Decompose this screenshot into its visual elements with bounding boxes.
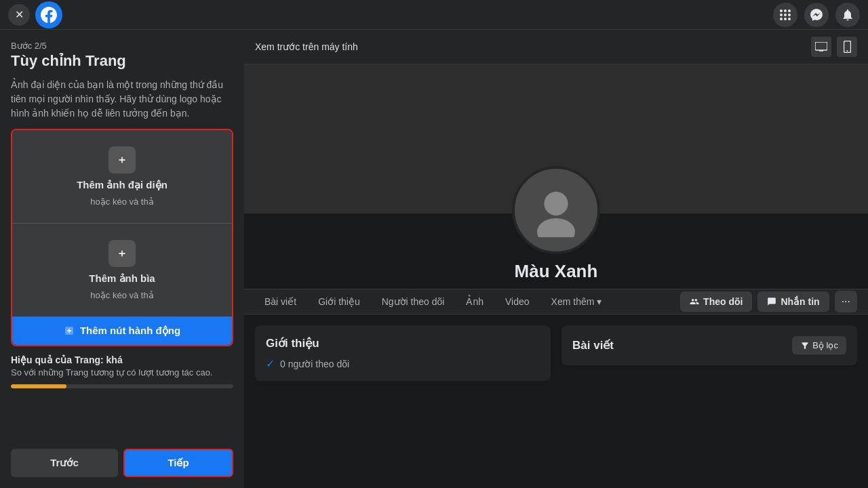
add-cover-icon	[108, 240, 136, 267]
apps-icon-btn[interactable]	[773, 3, 797, 27]
top-nav: ✕	[0, 0, 868, 30]
svg-point-0	[780, 9, 783, 12]
baiviet-header: Bài viết Bộ lọc	[572, 336, 846, 354]
baiviet-title: Bài viết	[572, 338, 614, 352]
page-info: Màu Xanh	[244, 261, 868, 289]
add-avatar-icon	[108, 146, 136, 174]
nav-right	[773, 3, 860, 27]
panel-description: Ảnh đại diện của bạn là một trong những …	[11, 78, 233, 121]
step-indicator: Bước 2/5 Tùy chỉnh Trang	[11, 41, 233, 70]
tab-nguoitheodoi[interactable]: Người theo dõi	[372, 289, 454, 314]
notifications-icon-btn[interactable]	[835, 3, 860, 27]
page-preview: Màu Xanh Bài viết Giới thiệu Người theo …	[244, 64, 868, 488]
preview-bar: Xem trước trên máy tính	[244, 30, 868, 64]
svg-point-7	[784, 18, 787, 20]
perf-desc: So với những Trang tương tự có lượt tươn…	[11, 367, 233, 379]
nhan-tin-button[interactable]: Nhắn tin	[757, 291, 829, 312]
perf-bar-fill	[11, 384, 66, 388]
preview-label: Xem trước trên máy tính	[255, 41, 358, 52]
upload-cover-sub: hoặc kéo và thả	[90, 290, 153, 300]
svg-point-15	[544, 192, 568, 216]
upload-cover-box[interactable]: Thêm ảnh bìa hoặc kéo và thả	[12, 223, 232, 317]
left-panel: Bước 2/5 Tùy chỉnh Trang Ảnh đại diện củ…	[0, 30, 244, 488]
svg-point-8	[788, 18, 791, 20]
mobile-preview-icon[interactable]	[837, 37, 857, 57]
svg-point-14	[846, 50, 848, 52]
baiviet-card: Bài viết Bộ lọc	[561, 325, 857, 365]
desktop-preview-icon[interactable]	[811, 37, 831, 57]
panel-title: Tùy chỉnh Trang	[11, 52, 233, 70]
tab-gioithieu[interactable]: Giới thiệu	[309, 289, 370, 314]
upload-container: Thêm ảnh đại diện hoặc kéo và thả Thêm ả…	[11, 129, 233, 346]
page-name: Màu Xanh	[255, 261, 857, 282]
add-action-button[interactable]: Thêm nút hành động	[12, 317, 232, 345]
intro-card: Giới thiệu ✓ 0 người theo dõi	[255, 325, 551, 381]
perf-bar-background	[11, 384, 233, 388]
tab-baiviet[interactable]: Bài viết	[255, 289, 306, 314]
tab-anh[interactable]: Ảnh	[456, 289, 493, 314]
upload-avatar-label: Thêm ảnh đại diện	[77, 179, 167, 191]
svg-point-2	[788, 9, 791, 12]
intro-title: Giới thiệu	[266, 336, 540, 350]
nav-left: ✕	[8, 1, 62, 28]
content-left: Giới thiệu ✓ 0 người theo dõi	[255, 325, 551, 381]
step-label: Bước 2/5	[11, 41, 233, 51]
svg-point-1	[784, 9, 787, 12]
tab-video[interactable]: Video	[496, 289, 539, 314]
upload-cover-label: Thêm ảnh bìa	[89, 272, 155, 285]
messenger-icon-btn[interactable]	[804, 3, 829, 27]
more-actions-button[interactable]: ···	[835, 291, 857, 312]
avatar	[512, 166, 600, 254]
followers-text: 0 người theo dõi	[280, 359, 349, 369]
svg-point-16	[537, 218, 575, 237]
svg-point-4	[784, 14, 787, 16]
svg-point-3	[780, 14, 783, 16]
tab-xemthem[interactable]: Xem thêm ▾	[542, 289, 612, 314]
svg-point-5	[788, 14, 791, 16]
svg-point-6	[780, 18, 783, 20]
upload-avatar-box[interactable]: Thêm ảnh đại diện hoặc kéo và thả	[12, 130, 232, 223]
next-button[interactable]: Tiếp	[123, 449, 233, 477]
content-area: Giới thiệu ✓ 0 người theo dõi Bài viết	[244, 314, 868, 392]
theo-doi-button[interactable]: Theo dõi	[680, 291, 752, 312]
page-tabs: Bài viết Giới thiệu Người theo dõi Ảnh V…	[244, 289, 868, 314]
right-panel: Xem trước trên máy tính	[244, 30, 868, 488]
main-layout: Bước 2/5 Tùy chỉnh Trang Ảnh đại diện củ…	[0, 30, 868, 488]
back-button[interactable]: Trước	[11, 449, 118, 477]
upload-avatar-sub: hoặc kéo và thả	[90, 197, 153, 207]
followers-row: ✓ 0 người theo dõi	[266, 357, 540, 370]
avatar-area	[512, 166, 600, 254]
bo-loc-button[interactable]: Bộ lọc	[792, 336, 846, 354]
tab-actions: Theo dõi Nhắn tin ···	[680, 291, 857, 312]
perf-title: Hiệu quả của Trang: khá	[11, 354, 233, 365]
performance-section: Hiệu quả của Trang: khá So với những Tra…	[11, 354, 233, 388]
svg-rect-12	[815, 42, 827, 50]
check-icon: ✓	[266, 357, 275, 370]
close-button[interactable]: ✕	[8, 4, 30, 26]
content-right: Bài viết Bộ lọc	[561, 325, 857, 381]
cover-area	[244, 64, 868, 214]
facebook-logo	[35, 1, 62, 28]
preview-icons	[811, 37, 857, 57]
bottom-buttons: Trước Tiếp	[11, 449, 233, 477]
